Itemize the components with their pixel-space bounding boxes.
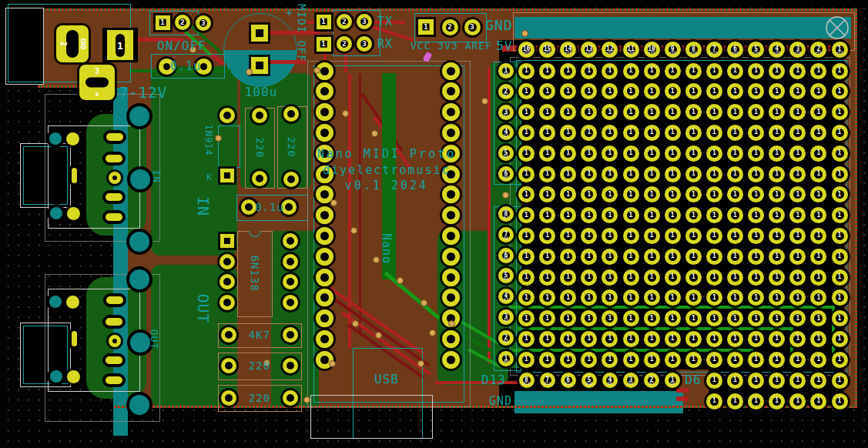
proto-pad[interactable]: 1 (685, 63, 702, 79)
proto-pad[interactable]: 1 (789, 373, 806, 389)
proto-pad[interactable]: 1 (518, 104, 535, 120)
proto-pad[interactable]: 1 (769, 249, 785, 265)
header-pad-A5[interactable]: 6A5 (498, 248, 514, 263)
nano-pad-left[interactable] (316, 309, 333, 327)
vcc-pad-1[interactable]: 1 (418, 19, 434, 35)
proto-pad[interactable]: 1 (623, 249, 639, 265)
resistor-pad[interactable] (221, 327, 236, 343)
proto-pad[interactable]: 1 (518, 145, 535, 162)
proto-pad[interactable]: 1 (727, 269, 743, 286)
proto-pad[interactable]: 1 (623, 207, 639, 223)
proto-pad[interactable]: 1 (769, 352, 785, 368)
via[interactable] (313, 67, 320, 74)
nano-pad-right[interactable] (442, 351, 460, 369)
proto-pad[interactable]: 1 (810, 249, 826, 265)
proto-pad[interactable]: 1 (581, 63, 597, 79)
header-pad-D2[interactable]: 3D2 (498, 105, 514, 120)
proto-pad[interactable]: 1 (685, 269, 702, 286)
resistor-pad[interactable] (283, 358, 298, 373)
din-hole[interactable] (127, 166, 153, 192)
onoff-pad-3[interactable]: 3 (196, 15, 211, 31)
din-shield-pad[interactable] (66, 296, 79, 309)
nano-pad-left[interactable] (316, 227, 333, 245)
proto-pad[interactable]: 1 (539, 352, 555, 368)
proto-pad[interactable]: 1 (539, 166, 555, 182)
via[interactable] (371, 130, 378, 137)
proto-pad[interactable]: 1 (769, 331, 785, 347)
nano-pad-right[interactable] (442, 227, 460, 245)
diode-pad-k[interactable] (220, 169, 234, 182)
proto-pad-D8[interactable]: 3D8 (623, 373, 638, 388)
ground-bar-bottom[interactable] (514, 391, 683, 413)
proto-pad-D13[interactable]: 8D13 (519, 373, 535, 388)
proto-pad[interactable]: 1 (769, 269, 785, 286)
proto-pad[interactable]: 1 (602, 269, 618, 286)
proto-pad[interactable]: 1 (748, 373, 764, 389)
proto-pad[interactable]: 1 (706, 373, 722, 389)
proto-pad-D11[interactable]: 6D11 (561, 373, 576, 388)
rail-pad[interactable]: 4+5V (769, 42, 785, 58)
proto-pad[interactable]: 1 (727, 310, 743, 326)
via[interactable] (375, 332, 382, 339)
proto-pad[interactable]: 1 (644, 104, 660, 120)
din-shield-pad[interactable] (67, 370, 80, 383)
proto-pad[interactable]: 1 (832, 331, 848, 347)
trace[interactable] (266, 31, 320, 35)
rail-pad[interactable]: 5+5V (748, 42, 764, 58)
cap100u-pad[interactable] (251, 57, 268, 74)
proto-pad[interactable]: 1 (602, 352, 618, 368)
nano-pad-left[interactable] (316, 330, 333, 348)
proto-pad[interactable]: 1 (727, 145, 743, 162)
proto-pad[interactable]: 1 (810, 373, 826, 389)
proto-pad[interactable]: 1 (706, 393, 722, 410)
ic-pad[interactable] (283, 254, 298, 269)
din-pin-pad[interactable] (109, 172, 121, 184)
header-pad-D5[interactable]: 6D5 (498, 166, 514, 182)
proto-pad[interactable]: 1 (832, 145, 848, 162)
rx-pad-3[interactable]: 3 (357, 36, 372, 52)
proto-pad[interactable]: 1 (748, 269, 764, 286)
proto-pad[interactable]: 1 (727, 207, 743, 223)
ic-pad-1[interactable] (220, 234, 234, 248)
proto-pad[interactable]: 1 (727, 63, 743, 79)
proto-pad[interactable]: 1 (560, 249, 576, 265)
proto-pad[interactable]: 1 (623, 125, 639, 141)
via[interactable] (397, 277, 404, 284)
proto-pad[interactable]: 1 (685, 310, 702, 326)
proto-pad[interactable]: 1 (623, 331, 639, 347)
trace[interactable] (676, 388, 689, 393)
proto-pad[interactable]: 1 (748, 393, 764, 410)
via[interactable] (329, 360, 336, 367)
nano-pad-left[interactable] (316, 289, 333, 306)
via[interactable] (373, 256, 380, 263)
proto-pad[interactable]: 1 (539, 331, 555, 347)
proto-pad[interactable]: 1 (810, 166, 826, 182)
r220a-pad[interactable] (252, 171, 267, 186)
proto-pad[interactable]: 1 (623, 289, 639, 306)
proto-pad[interactable]: 1 (789, 166, 806, 182)
proto-pad[interactable]: 1 (789, 269, 806, 286)
proto-pad[interactable]: 1 (769, 125, 785, 141)
proto-pad[interactable]: 1 (518, 228, 535, 244)
proto-pad[interactable]: 1 (685, 166, 702, 182)
proto-pad[interactable]: 1 (623, 83, 639, 99)
proto-pad[interactable]: 1 (748, 352, 764, 368)
nano-pad-left[interactable] (316, 269, 333, 286)
nano-pad-right[interactable] (442, 248, 460, 266)
header-pad-A1[interactable]: 2A1 (498, 330, 514, 346)
proto-pad[interactable]: 1 (810, 269, 826, 286)
proto-pad[interactable]: 1 (665, 186, 681, 202)
rail-pad[interactable]: 9+5V (665, 42, 681, 58)
proto-pad[interactable]: 1 (560, 228, 576, 244)
proto-pad[interactable]: 1 (685, 145, 702, 162)
proto-pad[interactable]: 1 (832, 289, 848, 306)
rail-pad[interactable]: 2+5V (810, 42, 826, 58)
proto-pad[interactable]: 1 (789, 249, 806, 265)
trace[interactable] (488, 68, 491, 363)
proto-pad-D9[interactable]: 4D9 (602, 373, 618, 388)
din-pin-pad[interactable] (102, 373, 126, 387)
proto-pad[interactable]: 1 (644, 310, 660, 326)
proto-pad-D12[interactable]: 7D12 (540, 373, 555, 388)
proto-pad[interactable]: 1 (748, 125, 764, 141)
proto-pad[interactable]: 1 (706, 331, 722, 347)
